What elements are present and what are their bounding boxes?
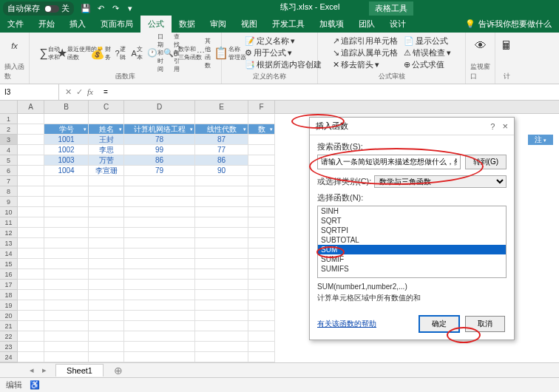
- col-header-a[interactable]: A: [18, 101, 44, 113]
- table-cell[interactable]: 90: [195, 166, 248, 176]
- row-header[interactable]: 24: [0, 352, 18, 362]
- row-header[interactable]: 21: [0, 321, 18, 331]
- qat-more-icon[interactable]: ▾: [126, 4, 135, 13]
- row-header[interactable]: 20: [0, 311, 18, 321]
- table-cell[interactable]: 1004: [44, 166, 89, 176]
- col-header-f[interactable]: F: [248, 101, 275, 113]
- table-cell[interactable]: 1001: [44, 135, 89, 145]
- cells[interactable]: 学号姓名计算机网络工程线性代数数 1001王封7887 1002李思9977 1…: [18, 114, 275, 376]
- errchk-button[interactable]: ⚠错误检查 ▾: [404, 47, 451, 58]
- trace-dep-button[interactable]: ↘追踪从属单元格: [333, 47, 398, 58]
- tell-me[interactable]: 💡告诉我你想要做什么: [458, 16, 559, 33]
- table-cell[interactable]: 99: [124, 145, 195, 155]
- select-all[interactable]: [0, 101, 18, 114]
- row-header[interactable]: 1: [0, 114, 18, 124]
- table-cell[interactable]: 李宣珊: [89, 166, 124, 176]
- list-item[interactable]: SUMIF: [318, 254, 506, 264]
- table-cell[interactable]: 87: [195, 135, 248, 145]
- eval-button[interactable]: ⊕公式求值: [404, 59, 451, 70]
- tab-review[interactable]: 审阅: [203, 16, 234, 33]
- other-button[interactable]: ⋯其他函数: [197, 46, 211, 61]
- save-icon[interactable]: 💾: [81, 4, 90, 13]
- list-item-selected[interactable]: SUM: [318, 245, 506, 254]
- function-list[interactable]: SINH SQRT SQRTPI SUBTOTAL SUM SUMIF SUMI…: [317, 206, 507, 278]
- th-id[interactable]: 学号: [44, 124, 89, 135]
- tab-layout[interactable]: 页面布局: [93, 16, 140, 33]
- trace-prec-button[interactable]: ↗追踪引用单元格: [333, 36, 398, 47]
- col-header-e[interactable]: E: [195, 101, 248, 113]
- fromsel-button[interactable]: 📑根据所选内容创建: [245, 59, 322, 70]
- table-cell[interactable]: 万苦: [89, 155, 124, 166]
- undo-icon[interactable]: ↶: [96, 4, 105, 13]
- th-course2[interactable]: 线性代数: [195, 124, 248, 135]
- datetime-button[interactable]: 🕐日期和时间: [148, 46, 163, 61]
- formula-input[interactable]: [99, 88, 559, 96]
- row-header[interactable]: 5: [0, 155, 18, 166]
- logical-button[interactable]: ?逻辑: [115, 46, 130, 61]
- table-cell[interactable]: 86: [195, 155, 248, 166]
- tab-home[interactable]: 开始: [31, 16, 62, 33]
- tab-insert[interactable]: 插入: [62, 16, 93, 33]
- row-header[interactable]: 15: [0, 259, 18, 269]
- th-course1[interactable]: 计算机网络工程: [124, 124, 195, 135]
- col-header-b[interactable]: B: [44, 101, 89, 113]
- row-header[interactable]: 10: [0, 207, 18, 217]
- row-header[interactable]: 7: [0, 176, 18, 186]
- add-sheet-icon[interactable]: ⊕: [109, 365, 127, 376]
- table-cell[interactable]: 王封: [89, 135, 124, 145]
- accessibility-icon[interactable]: ♿: [30, 380, 40, 390]
- row-header[interactable]: 3: [0, 135, 18, 145]
- dialog-titlebar[interactable]: 插入函数 ? ×: [310, 118, 514, 135]
- tab-dev[interactable]: 开发工具: [265, 16, 312, 33]
- category-select[interactable]: 数学与三角函数: [374, 175, 507, 188]
- name-box[interactable]: I3: [0, 84, 59, 100]
- row-header[interactable]: 12: [0, 228, 18, 238]
- row-header[interactable]: 14: [0, 249, 18, 259]
- namemgr-button[interactable]: 📋名称 管理器: [218, 41, 242, 65]
- list-item[interactable]: SUMIFS: [318, 264, 506, 274]
- goto-button[interactable]: 转到(G): [465, 155, 507, 169]
- tab-formulas[interactable]: 公式: [140, 16, 172, 33]
- row-header[interactable]: 13: [0, 238, 18, 249]
- redo-icon[interactable]: ↷: [111, 4, 120, 13]
- th-note[interactable]: 注: [528, 135, 553, 145]
- col-header-d[interactable]: D: [124, 101, 195, 113]
- search-input[interactable]: [317, 155, 461, 169]
- recent-button[interactable]: ★最近使用的 函数: [65, 41, 89, 65]
- help-link[interactable]: 有关该函数的帮助: [317, 319, 376, 329]
- row-header[interactable]: 8: [0, 186, 18, 197]
- autosave-toggle[interactable]: 自动保存 关: [3, 1, 74, 16]
- remove-arrow-button[interactable]: ✕移去箭头 ▾: [333, 59, 398, 70]
- table-cell[interactable]: 李思: [89, 145, 124, 155]
- th-name[interactable]: 姓名: [89, 124, 124, 135]
- row-header[interactable]: 2: [0, 124, 18, 135]
- close-icon[interactable]: ×: [502, 121, 508, 132]
- tab-team[interactable]: 团队: [351, 16, 382, 33]
- calc-button[interactable]: 🖩: [495, 34, 518, 58]
- financial-button[interactable]: 💰财务: [90, 41, 114, 65]
- cancel-button[interactable]: 取消: [465, 316, 505, 332]
- tab-design[interactable]: 设计: [382, 16, 413, 33]
- tab-addins[interactable]: 加载项: [312, 16, 351, 33]
- row-header[interactable]: 16: [0, 269, 18, 280]
- text-button[interactable]: A文本: [132, 46, 146, 61]
- sheet-tab[interactable]: Sheet1: [55, 364, 104, 376]
- tab-view[interactable]: 视图: [234, 16, 265, 33]
- ok-button[interactable]: 确定: [419, 316, 459, 332]
- row-header[interactable]: 4: [0, 145, 18, 155]
- list-item[interactable]: SQRTPI: [318, 226, 506, 235]
- list-item[interactable]: SQRT: [318, 216, 506, 226]
- sheet-nav[interactable]: ◂ ▸: [30, 365, 50, 375]
- row-header[interactable]: 9: [0, 197, 18, 207]
- table-cell[interactable]: 1003: [44, 155, 89, 166]
- table-cell[interactable]: 77: [195, 145, 248, 155]
- row-header[interactable]: 17: [0, 280, 18, 290]
- defname-button[interactable]: 📝定义名称 ▾: [245, 36, 322, 47]
- row-header[interactable]: 6: [0, 166, 18, 176]
- fx-icon[interactable]: fx: [3, 34, 27, 58]
- list-item[interactable]: SINH: [318, 206, 506, 216]
- table-cell[interactable]: 1002: [44, 145, 89, 155]
- accept-icon[interactable]: ✓: [76, 87, 83, 97]
- watch-button[interactable]: 👁: [469, 34, 492, 58]
- cancel-icon[interactable]: ✕: [65, 87, 72, 97]
